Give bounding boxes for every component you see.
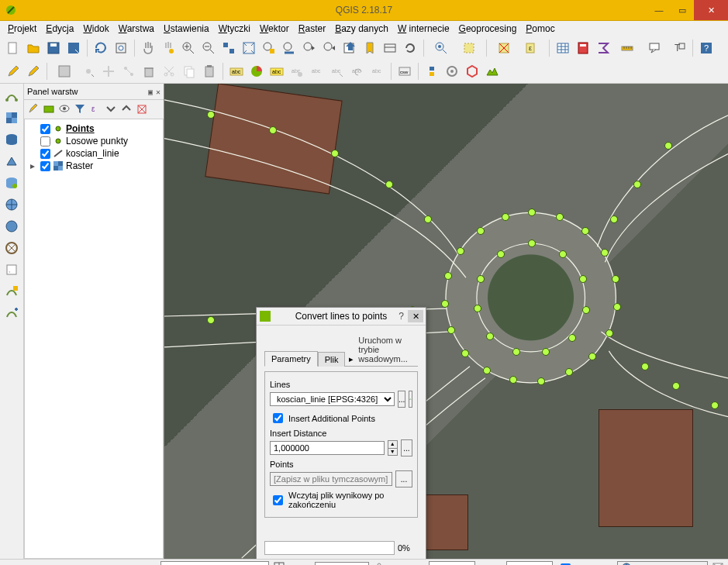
copy-icon[interactable] [180, 62, 198, 81]
layer-expand-icon[interactable] [105, 102, 117, 116]
batch-mode-link[interactable]: Uruchom w trybie wsadowym... [355, 333, 418, 366]
lines-select[interactable]: koscian_linie [EPSG:4326] [270, 392, 395, 406]
identify-icon[interactable] [428, 39, 454, 57]
layer-collapse-icon[interactable] [120, 102, 133, 116]
menu-ustawienia[interactable]: Ustawienia [159, 22, 214, 36]
zoom-selection-icon[interactable] [260, 39, 278, 57]
menu-raster[interactable]: Raster [294, 22, 330, 36]
new-bookmark-icon[interactable] [361, 39, 379, 57]
dialog-close-icon[interactable]: ✕ [408, 310, 423, 322]
expand-icon[interactable]: ▸ [28, 160, 37, 171]
layer-style-icon[interactable] [27, 102, 40, 116]
map-canvas[interactable]: Convert lines to points ? ✕ Parametry Pl… [164, 84, 728, 559]
add-mssql-icon[interactable] [2, 175, 21, 191]
show-bookmarks-icon[interactable] [381, 39, 399, 57]
move-feature-icon[interactable] [99, 62, 118, 81]
label-move-icon[interactable]: abc [328, 62, 347, 81]
messages-icon[interactable] [712, 562, 723, 565]
layer-add-group-icon[interactable] [43, 102, 55, 116]
save-as-icon[interactable] [64, 39, 83, 57]
add-spatialite-icon[interactable] [2, 153, 21, 169]
pencil-icon[interactable] [24, 62, 43, 81]
delete-selected-icon[interactable] [140, 62, 158, 81]
lines-iterate-button[interactable] [409, 391, 412, 408]
zoom-in-icon[interactable] [179, 39, 198, 57]
open-project-icon[interactable] [24, 39, 43, 57]
add-wms-icon[interactable] [2, 197, 21, 212]
layer-row-losowe[interactable]: Losowe punkty [26, 135, 161, 147]
deselect-icon[interactable] [491, 39, 517, 57]
new-shapefile-icon[interactable] [2, 305, 21, 321]
processing-icon[interactable] [443, 62, 461, 81]
layer-checkbox[interactable] [40, 161, 50, 171]
diagram-icon[interactable] [247, 62, 266, 81]
points-browse-button[interactable]: ... [395, 470, 412, 487]
add-vector-icon[interactable] [2, 88, 21, 104]
label-rotate-icon[interactable]: abc [348, 62, 367, 81]
coord-toggle-icon[interactable] [274, 562, 285, 565]
zoom-extent-icon[interactable] [112, 39, 130, 57]
text-annotation-icon[interactable]: T [670, 39, 688, 57]
layer-checkbox[interactable] [40, 149, 50, 159]
layer-checkbox[interactable] [40, 124, 50, 134]
layer-remove-icon[interactable] [136, 102, 148, 116]
label-show-icon[interactable]: abc [308, 62, 326, 81]
field-calc-icon[interactable] [574, 39, 592, 57]
label-pin-icon[interactable]: abc [288, 62, 306, 81]
distance-spinner[interactable]: ▲▼ [388, 440, 398, 456]
menu-wtyczki[interactable]: Wtyczki [214, 22, 255, 36]
zoom-out-icon[interactable] [199, 39, 218, 57]
zoom-layer-icon[interactable] [280, 39, 298, 57]
distance-input[interactable] [270, 441, 385, 455]
menu-wektor[interactable]: Wektor [255, 22, 294, 36]
dialog-help-icon[interactable]: ? [399, 311, 404, 322]
layer-visibility-icon[interactable] [58, 102, 71, 116]
node-tool-icon[interactable] [119, 62, 138, 81]
layer-expr-icon[interactable]: ε [89, 102, 102, 116]
save-edits-icon[interactable] [51, 62, 78, 81]
points-output-input[interactable] [270, 472, 392, 486]
scale-select[interactable]: 1:279 [315, 562, 369, 565]
hexagon-icon[interactable] [463, 62, 481, 81]
menu-edycja[interactable]: Edycja [41, 22, 78, 36]
terrain-icon[interactable] [483, 62, 502, 81]
expression-select-icon[interactable]: ε [519, 39, 545, 57]
paste-icon[interactable] [200, 62, 219, 81]
close-button[interactable]: ✕ [694, 0, 728, 20]
label-change-icon[interactable]: abc [368, 62, 387, 81]
menu-w internecie[interactable]: W internecie [393, 22, 454, 36]
help-icon[interactable]: ? [697, 39, 716, 57]
zoom-next-icon[interactable] [320, 39, 339, 57]
menu-widok[interactable]: Widok [78, 22, 113, 36]
layer-filter-icon[interactable] [74, 102, 86, 116]
save-project-icon[interactable] [44, 39, 63, 57]
crs-button[interactable]: EPSG:4326 (OTF) [617, 561, 708, 565]
menu-geoprocesing[interactable]: Geoprocesing [454, 22, 522, 36]
layer-row-koscian[interactable]: koscian_linie [26, 147, 161, 160]
add-wcs-icon[interactable] [2, 219, 21, 234]
layer-tree[interactable]: Points Losowe punkty koscian_linie ▸ Ras… [24, 119, 164, 559]
pan-to-selection-icon[interactable] [159, 39, 178, 57]
add-virtual-icon[interactable] [2, 284, 21, 299]
zoom-last-icon[interactable] [300, 39, 319, 57]
zoom-native-icon[interactable] [219, 39, 238, 57]
menu-pomoc[interactable]: Pomoc [521, 22, 559, 36]
lock-icon[interactable] [374, 562, 385, 565]
distance-options-button[interactable]: ... [401, 439, 412, 456]
maptips-icon[interactable] [642, 39, 668, 57]
dialog-titlebar[interactable]: Convert lines to points ? ✕ [257, 308, 426, 326]
coord-input[interactable] [160, 561, 269, 565]
layer-row-raster[interactable]: ▸ Raster [26, 160, 161, 172]
map-export-icon[interactable] [340, 39, 359, 57]
select-icon[interactable] [456, 39, 482, 57]
panel-close-icon[interactable]: ✕ [156, 88, 160, 96]
maximize-button[interactable]: ▭ [671, 0, 694, 20]
tab-parameters[interactable]: Parametry [264, 351, 318, 367]
lines-browse-button[interactable]: ... [398, 391, 405, 408]
add-feature-icon[interactable] [79, 62, 98, 81]
insert-additional-checkbox[interactable] [273, 413, 283, 423]
minimize-button[interactable]: — [647, 0, 671, 20]
label-abc-icon[interactable]: abc [227, 62, 246, 81]
menu-projekt[interactable]: Projekt [3, 22, 41, 36]
csw-icon[interactable]: csw [395, 62, 414, 81]
